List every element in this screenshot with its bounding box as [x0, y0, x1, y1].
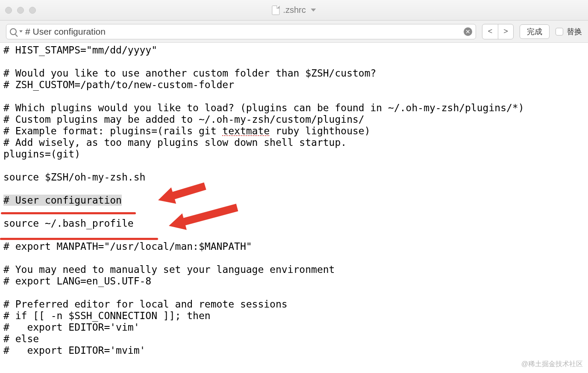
replace-toggle-group: 替换 — [556, 27, 582, 37]
editor-line: # Would you like to use another custom f… — [3, 68, 585, 79]
search-box: ✕ — [6, 24, 476, 39]
find-bar: ✕ < > 完成 替换 — [0, 21, 588, 43]
svg-marker-1 — [169, 204, 238, 230]
editor-line: source ~/.bash_profile — [3, 218, 585, 229]
replace-checkbox[interactable] — [556, 28, 563, 36]
editor-line: # ZSH_CUSTOM=/path/to/new-custom-folder — [3, 79, 585, 91]
window-filename: .zshrc — [283, 5, 306, 15]
editor-line: # export LANG=en_US.UTF-8 — [3, 275, 585, 287]
watermark-text: @稀土掘金技术社区 — [521, 360, 583, 369]
annotation-underline — [0, 238, 158, 240]
done-button[interactable]: 完成 — [520, 24, 550, 39]
document-icon — [272, 6, 279, 15]
minimize-window-button[interactable] — [17, 7, 24, 14]
editor-line: # export EDITOR='vim' — [3, 322, 585, 333]
editor-line: # Which plugins would you like to load? … — [3, 102, 585, 114]
editor-line — [3, 91, 585, 102]
editor-line: # if [[ -n $SSH_CONNECTION ]]; then — [3, 310, 585, 322]
close-window-button[interactable] — [5, 7, 12, 14]
editor-line: # You may need to manually set your lang… — [3, 264, 585, 275]
find-nav-group: < > — [482, 24, 514, 39]
editor-line: # else — [3, 333, 585, 345]
editor-line: # Preferred editor for local and remote … — [3, 299, 585, 310]
search-input[interactable] — [25, 27, 461, 37]
editor-line: # HIST_STAMPS="mm/dd/yyyy" — [3, 44, 585, 56]
title-center[interactable]: .zshrc — [272, 5, 316, 15]
editor-line — [3, 183, 585, 195]
editor-line: # Example format: plugins=(rails git tex… — [3, 125, 585, 137]
editor-line: # User configuration — [3, 195, 585, 206]
editor-line — [3, 252, 585, 264]
clear-search-button[interactable]: ✕ — [464, 27, 472, 36]
editor-line — [3, 287, 585, 299]
replace-label: 替换 — [567, 27, 582, 37]
search-match-highlight: # User configuration — [3, 195, 122, 206]
chevron-down-icon — [311, 9, 316, 12]
annotation-arrow-icon — [152, 190, 254, 243]
window-titlebar: .zshrc — [0, 0, 588, 21]
find-prev-button[interactable]: < — [482, 24, 498, 39]
traffic-lights — [5, 7, 36, 14]
editor-line: source $ZSH/oh-my-zsh.sh — [3, 172, 585, 183]
find-next-button[interactable]: > — [498, 24, 513, 39]
editor-line: plugins=(git) — [3, 148, 585, 160]
editor-line: # export EDITOR='mvim' — [3, 345, 585, 356]
editor-line — [3, 160, 585, 172]
editor-area[interactable]: # HIST_STAMPS="mm/dd/yyyy"# Would you li… — [0, 43, 588, 358]
search-options-chevron-icon[interactable] — [19, 30, 23, 33]
search-icon — [10, 28, 17, 35]
editor-line: # export MANPATH="/usr/local/man:$MANPAT… — [3, 241, 585, 252]
zoom-window-button[interactable] — [29, 7, 36, 14]
editor-line: # Add wisely, as too many plugins slow d… — [3, 137, 585, 148]
annotation-underline — [1, 212, 136, 214]
editor-line: # Custom plugins may be added to ~/.oh-m… — [3, 114, 585, 125]
editor-line — [3, 56, 585, 68]
